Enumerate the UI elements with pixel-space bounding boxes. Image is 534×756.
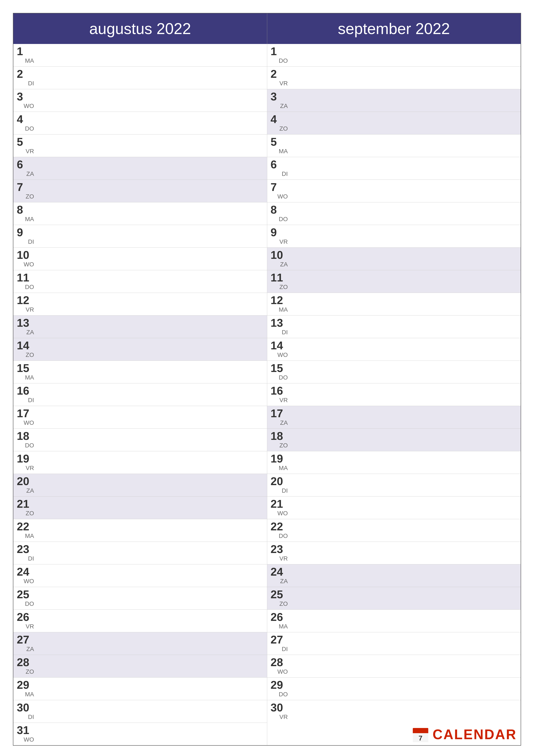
day-number: 31	[17, 724, 34, 736]
day-row: 18DO	[13, 429, 267, 451]
day-row: 20ZA	[13, 474, 267, 497]
day-number: 12	[271, 295, 288, 306]
day-number: 7	[17, 181, 34, 193]
day-number: 18	[17, 430, 34, 442]
day-content: 10WO	[17, 249, 34, 268]
day-name: ZO	[279, 443, 288, 449]
day-row: 24WO	[13, 564, 267, 587]
day-number: 26	[271, 611, 288, 623]
day-row: 16DI	[13, 383, 267, 406]
day-content: 19MA	[271, 453, 288, 472]
day-name: VR	[279, 714, 288, 721]
day-content: 17ZA	[271, 408, 288, 427]
day-row: 10WO	[13, 248, 267, 270]
day-name: MA	[25, 216, 34, 223]
day-number: 13	[271, 317, 288, 328]
day-number: 19	[17, 453, 34, 464]
day-number: 3	[271, 91, 288, 102]
day-content: 4ZO	[271, 114, 288, 133]
day-content: 7WO	[271, 181, 288, 201]
day-content: 11ZO	[271, 272, 288, 291]
day-content: 27ZA	[17, 634, 34, 653]
day-number: 3	[17, 91, 34, 102]
day-name: ZA	[280, 261, 288, 268]
day-row: 6DI	[267, 157, 521, 180]
day-number: 23	[17, 544, 34, 555]
day-content: 21ZO	[17, 498, 34, 517]
day-row: 1MA	[13, 44, 267, 67]
day-number: 10	[271, 249, 288, 260]
day-content: 21WO	[271, 498, 288, 517]
day-row: 21WO	[267, 497, 521, 519]
day-row: 11ZO	[267, 270, 521, 293]
day-row: 16VR	[267, 383, 521, 406]
day-name: ZA	[26, 171, 34, 178]
day-row: 2VR	[267, 67, 521, 89]
day-row: 25ZO	[267, 587, 521, 610]
day-content: 29DO	[271, 679, 288, 698]
day-name: DO	[25, 443, 34, 449]
day-name: ZA	[26, 646, 34, 653]
day-name: DO	[279, 375, 288, 381]
day-content: 15MA	[17, 363, 34, 381]
day-number: 26	[17, 611, 34, 623]
month-header-august: augustus 2022	[13, 14, 267, 44]
day-content: 28WO	[271, 657, 288, 676]
day-number: 18	[271, 430, 288, 442]
day-number: 7	[271, 181, 288, 193]
day-name: DO	[25, 126, 34, 133]
day-content: 18ZO	[271, 430, 288, 449]
day-number: 15	[17, 363, 34, 374]
day-row: 3ZA	[267, 89, 521, 112]
day-content: 24WO	[17, 566, 34, 585]
day-row: 2DI	[13, 67, 267, 89]
day-number: 14	[17, 340, 34, 351]
day-number: 28	[17, 657, 34, 668]
day-row: 8DO	[267, 202, 521, 225]
day-number: 13	[17, 317, 34, 328]
day-row: 25DO	[13, 587, 267, 610]
day-row: 11DO	[13, 270, 267, 293]
day-name: DO	[279, 691, 288, 698]
day-number: 21	[271, 498, 288, 509]
day-number: 5	[17, 136, 34, 148]
day-content: 9VR	[271, 227, 288, 246]
day-row: 17ZA	[267, 406, 521, 429]
day-row: 30DI	[13, 700, 267, 723]
day-content: 15DO	[271, 363, 288, 381]
calendar-grid: augustus 2022 september 2022 1MA2DI3WO4D…	[13, 13, 521, 746]
day-content: 5MA	[271, 136, 288, 155]
page: augustus 2022 september 2022 1MA2DI3WO4D…	[0, 0, 534, 756]
day-row: 24ZA	[267, 564, 521, 587]
day-number: 23	[271, 544, 288, 555]
day-content: 16DI	[17, 385, 34, 404]
day-content: 13ZA	[17, 317, 34, 336]
day-row: 10ZA	[267, 248, 521, 270]
day-content: 20ZA	[17, 475, 34, 495]
day-content: 28ZO	[17, 657, 34, 676]
day-row: 27DI	[267, 632, 521, 655]
september-days: 1DO2VR3ZA4ZO5MA6DI7WO8DO9VR10ZA11ZO12MA1…	[267, 44, 521, 745]
day-content: 6ZA	[17, 159, 34, 178]
day-row: 26VR	[13, 610, 267, 632]
day-number: 5	[271, 136, 288, 148]
day-row: 26MA	[267, 610, 521, 632]
day-number: 17	[271, 408, 288, 419]
day-row: 23DI	[13, 542, 267, 564]
day-row: 19VR	[13, 451, 267, 474]
day-number: 17	[17, 408, 34, 419]
day-row: 12VR	[13, 293, 267, 315]
day-name: WO	[24, 420, 34, 427]
day-name: ZA	[26, 488, 34, 495]
day-content: 3ZA	[271, 91, 288, 110]
day-name: MA	[25, 58, 34, 65]
day-row: 9DI	[13, 225, 267, 248]
day-row: 9VR	[267, 225, 521, 248]
day-name: DO	[279, 216, 288, 223]
day-row: 28WO	[267, 655, 521, 678]
day-name: VR	[279, 239, 288, 246]
day-number: 9	[271, 227, 288, 238]
day-row: 4DO	[13, 112, 267, 134]
day-content: 22DO	[271, 521, 288, 540]
day-row: 17WO	[13, 406, 267, 429]
